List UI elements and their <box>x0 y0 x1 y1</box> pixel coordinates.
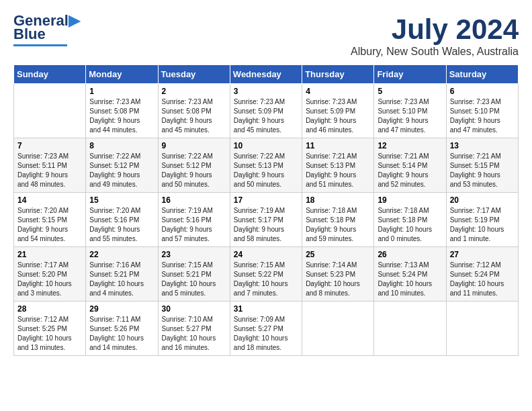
day-info: Sunrise: 7:17 AM Sunset: 5:20 PM Dayligh… <box>17 261 82 298</box>
calendar-cell: 4Sunrise: 7:23 AM Sunset: 5:09 PM Daylig… <box>302 84 374 138</box>
calendar-week-row: 14Sunrise: 7:20 AM Sunset: 5:15 PM Dayli… <box>14 193 519 247</box>
calendar-cell: 17Sunrise: 7:19 AM Sunset: 5:17 PM Dayli… <box>230 193 302 247</box>
calendar-cell: 15Sunrise: 7:20 AM Sunset: 5:16 PM Dayli… <box>86 193 158 247</box>
day-number: 15 <box>89 195 154 205</box>
day-number: 17 <box>234 195 298 205</box>
calendar-cell: 29Sunrise: 7:11 AM Sunset: 5:26 PM Dayli… <box>86 302 158 356</box>
day-info: Sunrise: 7:15 AM Sunset: 5:22 PM Dayligh… <box>234 261 298 298</box>
day-info: Sunrise: 7:18 AM Sunset: 5:18 PM Dayligh… <box>378 206 442 244</box>
logo-blue: Blue <box>13 26 46 43</box>
calendar-cell: 23Sunrise: 7:15 AM Sunset: 5:21 PM Dayli… <box>158 247 230 302</box>
day-number: 2 <box>162 87 226 96</box>
day-info: Sunrise: 7:10 AM Sunset: 5:27 PM Dayligh… <box>162 315 226 353</box>
day-number: 10 <box>234 141 298 150</box>
day-info: Sunrise: 7:22 AM Sunset: 5:12 PM Dayligh… <box>89 152 154 189</box>
day-number: 26 <box>378 250 442 259</box>
calendar-cell: 18Sunrise: 7:18 AM Sunset: 5:18 PM Dayli… <box>302 193 374 247</box>
header-friday: Friday <box>374 65 446 84</box>
day-number: 22 <box>89 250 154 259</box>
header-thursday: Thursday <box>302 65 374 84</box>
day-info: Sunrise: 7:23 AM Sunset: 5:08 PM Dayligh… <box>89 97 154 135</box>
day-info: Sunrise: 7:23 AM Sunset: 5:08 PM Dayligh… <box>162 97 226 135</box>
day-info: Sunrise: 7:21 AM Sunset: 5:14 PM Dayligh… <box>378 152 442 189</box>
calendar-cell <box>446 302 518 356</box>
day-info: Sunrise: 7:12 AM Sunset: 5:24 PM Dayligh… <box>450 261 515 298</box>
day-number: 24 <box>234 250 298 259</box>
day-number: 18 <box>306 195 370 205</box>
day-info: Sunrise: 7:16 AM Sunset: 5:21 PM Dayligh… <box>89 261 154 298</box>
day-info: Sunrise: 7:20 AM Sunset: 5:16 PM Dayligh… <box>89 206 154 244</box>
day-number: 4 <box>306 87 370 96</box>
calendar-cell: 2Sunrise: 7:23 AM Sunset: 5:08 PM Daylig… <box>158 84 230 138</box>
day-number: 21 <box>17 250 82 259</box>
day-number: 5 <box>378 87 442 96</box>
logo: General▶ Blue <box>13 13 80 46</box>
day-info: Sunrise: 7:20 AM Sunset: 5:15 PM Dayligh… <box>17 206 82 244</box>
calendar-cell: 12Sunrise: 7:21 AM Sunset: 5:14 PM Dayli… <box>374 138 446 193</box>
day-number: 20 <box>450 195 515 205</box>
calendar-subtitle: Albury, New South Wales, Australia <box>351 46 519 58</box>
day-info: Sunrise: 7:14 AM Sunset: 5:23 PM Dayligh… <box>306 261 370 298</box>
calendar-cell: 21Sunrise: 7:17 AM Sunset: 5:20 PM Dayli… <box>14 247 86 302</box>
header-tuesday: Tuesday <box>158 65 230 84</box>
header-sunday: Sunday <box>14 65 86 84</box>
day-number: 1 <box>89 87 154 96</box>
day-info: Sunrise: 7:23 AM Sunset: 5:10 PM Dayligh… <box>378 97 442 135</box>
day-number: 31 <box>234 304 298 314</box>
day-info: Sunrise: 7:13 AM Sunset: 5:24 PM Dayligh… <box>378 261 442 298</box>
day-info: Sunrise: 7:19 AM Sunset: 5:16 PM Dayligh… <box>162 206 226 244</box>
calendar-cell: 30Sunrise: 7:10 AM Sunset: 5:27 PM Dayli… <box>158 302 230 356</box>
day-info: Sunrise: 7:21 AM Sunset: 5:13 PM Dayligh… <box>306 152 370 189</box>
calendar-week-row: 1Sunrise: 7:23 AM Sunset: 5:08 PM Daylig… <box>14 84 519 138</box>
day-info: Sunrise: 7:17 AM Sunset: 5:19 PM Dayligh… <box>450 206 515 244</box>
calendar-cell: 1Sunrise: 7:23 AM Sunset: 5:08 PM Daylig… <box>86 84 158 138</box>
calendar-header-row: SundayMondayTuesdayWednesdayThursdayFrid… <box>14 65 519 84</box>
day-number: 30 <box>162 304 226 314</box>
day-number: 11 <box>306 141 370 150</box>
title-block: July 2024 Albury, New South Wales, Austr… <box>351 13 519 58</box>
calendar-cell: 28Sunrise: 7:12 AM Sunset: 5:25 PM Dayli… <box>14 302 86 356</box>
header-wednesday: Wednesday <box>230 65 302 84</box>
day-number: 19 <box>378 195 442 205</box>
calendar-cell: 5Sunrise: 7:23 AM Sunset: 5:10 PM Daylig… <box>374 84 446 138</box>
calendar-week-row: 28Sunrise: 7:12 AM Sunset: 5:25 PM Dayli… <box>14 302 519 356</box>
calendar-cell: 14Sunrise: 7:20 AM Sunset: 5:15 PM Dayli… <box>14 193 86 247</box>
calendar-cell: 9Sunrise: 7:22 AM Sunset: 5:12 PM Daylig… <box>158 138 230 193</box>
calendar-cell: 25Sunrise: 7:14 AM Sunset: 5:23 PM Dayli… <box>302 247 374 302</box>
day-info: Sunrise: 7:22 AM Sunset: 5:13 PM Dayligh… <box>234 152 298 189</box>
calendar-cell: 11Sunrise: 7:21 AM Sunset: 5:13 PM Dayli… <box>302 138 374 193</box>
calendar-cell <box>14 84 86 138</box>
day-info: Sunrise: 7:19 AM Sunset: 5:17 PM Dayligh… <box>234 206 298 244</box>
day-number: 14 <box>17 195 82 205</box>
calendar-cell <box>374 302 446 356</box>
header-monday: Monday <box>86 65 158 84</box>
day-info: Sunrise: 7:09 AM Sunset: 5:27 PM Dayligh… <box>234 315 298 353</box>
day-number: 23 <box>162 250 226 259</box>
day-number: 16 <box>162 195 226 205</box>
calendar-cell: 20Sunrise: 7:17 AM Sunset: 5:19 PM Dayli… <box>446 193 518 247</box>
calendar-cell: 26Sunrise: 7:13 AM Sunset: 5:24 PM Dayli… <box>374 247 446 302</box>
calendar-cell: 6Sunrise: 7:23 AM Sunset: 5:10 PM Daylig… <box>446 84 518 138</box>
header-saturday: Saturday <box>446 65 518 84</box>
day-info: Sunrise: 7:21 AM Sunset: 5:15 PM Dayligh… <box>450 152 515 189</box>
calendar-cell: 27Sunrise: 7:12 AM Sunset: 5:24 PM Dayli… <box>446 247 518 302</box>
day-info: Sunrise: 7:23 AM Sunset: 5:09 PM Dayligh… <box>234 97 298 135</box>
day-info: Sunrise: 7:23 AM Sunset: 5:11 PM Dayligh… <box>17 152 82 189</box>
calendar-cell: 10Sunrise: 7:22 AM Sunset: 5:13 PM Dayli… <box>230 138 302 193</box>
day-info: Sunrise: 7:12 AM Sunset: 5:25 PM Dayligh… <box>17 315 82 353</box>
day-number: 25 <box>306 250 370 259</box>
calendar-cell <box>302 302 374 356</box>
calendar-table: SundayMondayTuesdayWednesdayThursdayFrid… <box>13 64 519 356</box>
calendar-cell: 22Sunrise: 7:16 AM Sunset: 5:21 PM Dayli… <box>86 247 158 302</box>
page-header: General▶ Blue July 2024 Albury, New Sout… <box>13 13 519 58</box>
day-number: 7 <box>17 141 82 150</box>
calendar-cell: 8Sunrise: 7:22 AM Sunset: 5:12 PM Daylig… <box>86 138 158 193</box>
calendar-cell: 19Sunrise: 7:18 AM Sunset: 5:18 PM Dayli… <box>374 193 446 247</box>
day-info: Sunrise: 7:23 AM Sunset: 5:10 PM Dayligh… <box>450 97 515 135</box>
day-info: Sunrise: 7:22 AM Sunset: 5:12 PM Dayligh… <box>162 152 226 189</box>
calendar-week-row: 21Sunrise: 7:17 AM Sunset: 5:20 PM Dayli… <box>14 247 519 302</box>
day-info: Sunrise: 7:18 AM Sunset: 5:18 PM Dayligh… <box>306 206 370 244</box>
calendar-cell: 24Sunrise: 7:15 AM Sunset: 5:22 PM Dayli… <box>230 247 302 302</box>
day-number: 8 <box>89 141 154 150</box>
day-number: 27 <box>450 250 515 259</box>
